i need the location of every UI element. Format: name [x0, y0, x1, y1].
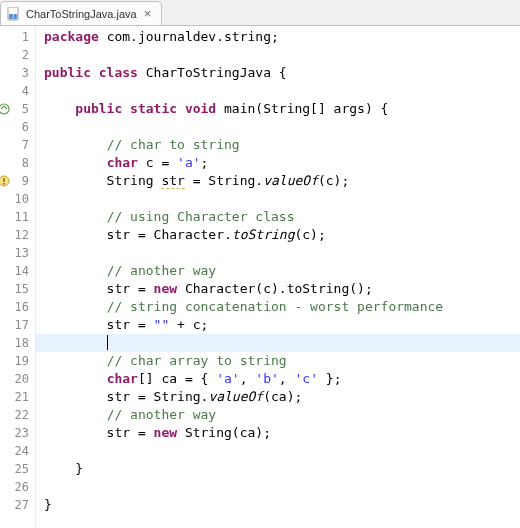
- gutter-line: 4: [0, 82, 35, 100]
- gutter-line: 23: [0, 424, 35, 442]
- code-token: + c;: [169, 317, 208, 332]
- code-token: [44, 353, 107, 368]
- gutter-line: 21: [0, 388, 35, 406]
- code-line[interactable]: // char to string: [44, 136, 520, 154]
- code-token: str =: [44, 317, 154, 332]
- gutter-line: 10: [0, 190, 35, 208]
- gutter-line: 1: [0, 28, 35, 46]
- code-token: valueOf: [208, 389, 263, 404]
- code-line[interactable]: str = String.valueOf(ca);: [44, 388, 520, 406]
- code-line[interactable]: // char array to string: [44, 352, 520, 370]
- code-token: // char to string: [107, 137, 240, 152]
- code-line[interactable]: // using Character class: [44, 208, 520, 226]
- warning-marker: [0, 174, 10, 186]
- code-line[interactable]: public class CharToStringJava {: [44, 64, 520, 82]
- code-line[interactable]: str = new String(ca);: [44, 424, 520, 442]
- gutter-line: 7: [0, 136, 35, 154]
- close-icon[interactable]: ×: [142, 6, 154, 21]
- code-token: toString: [232, 227, 295, 242]
- code-token: char: [107, 155, 138, 170]
- svg-rect-5: [3, 178, 5, 182]
- text-caret: [107, 335, 108, 350]
- code-line[interactable]: // another way: [44, 262, 520, 280]
- code-token: [44, 299, 107, 314]
- code-token: new: [154, 425, 177, 440]
- code-line[interactable]: str = Character.toString(c);: [44, 226, 520, 244]
- code-token: [44, 407, 107, 422]
- code-line[interactable]: str = new Character(c).toString();: [44, 280, 520, 298]
- code-token: [44, 371, 107, 386]
- tab-bar: J CharToStringJava.java ×: [0, 0, 520, 26]
- code-token: CharToStringJava {: [146, 65, 287, 80]
- gutter-line: 20: [0, 370, 35, 388]
- code-token: };: [318, 371, 341, 386]
- code-line[interactable]: char c = 'a';: [44, 154, 520, 172]
- gutter-line: 8: [0, 154, 35, 172]
- code-token: public static void: [75, 101, 224, 116]
- code-token: str =: [44, 425, 154, 440]
- code-token: // another way: [107, 407, 217, 422]
- code-token: valueOf: [263, 173, 318, 188]
- gutter-line: 3: [0, 64, 35, 82]
- code-line[interactable]: [44, 82, 520, 100]
- code-token: [44, 155, 107, 170]
- gutter-line: 9: [0, 172, 35, 190]
- code-line[interactable]: // another way: [44, 406, 520, 424]
- gutter-line: 16: [0, 298, 35, 316]
- gutter-line: 25: [0, 460, 35, 478]
- code-line[interactable]: // string concatenation - worst performa…: [44, 298, 520, 316]
- gutter-line: 12: [0, 226, 35, 244]
- code-token: char: [107, 371, 138, 386]
- code-line[interactable]: [36, 334, 520, 352]
- code-token: String(ca);: [177, 425, 271, 440]
- editor-area: 1234567891011121314151617181920212223242…: [0, 26, 520, 528]
- code-token: // string concatenation - worst performa…: [107, 299, 444, 314]
- code-token: str = Character.: [44, 227, 232, 242]
- code-token: 'b': [255, 371, 278, 386]
- code-token: ,: [240, 371, 256, 386]
- code-token: "": [154, 317, 170, 332]
- code-line[interactable]: char[] ca = { 'a', 'b', 'c' };: [44, 370, 520, 388]
- code-token: [44, 335, 107, 350]
- code-token: (ca);: [263, 389, 302, 404]
- code-line[interactable]: [44, 244, 520, 262]
- java-file-icon: J: [7, 7, 21, 21]
- gutter-line: 26: [0, 478, 35, 496]
- code-token: // another way: [107, 263, 217, 278]
- code-token: c =: [138, 155, 177, 170]
- code-line[interactable]: }: [44, 460, 520, 478]
- editor-tab[interactable]: J CharToStringJava.java ×: [0, 1, 162, 25]
- gutter-line: 14: [0, 262, 35, 280]
- code-line[interactable]: String str = String.valueOf(c);: [44, 172, 520, 190]
- code-line[interactable]: str = "" + c;: [44, 316, 520, 334]
- code-token: [] ca = {: [138, 371, 216, 386]
- code-line[interactable]: [44, 478, 520, 496]
- gutter-line: 13: [0, 244, 35, 262]
- code-token: (c);: [294, 227, 325, 242]
- code-line[interactable]: [44, 190, 520, 208]
- code-line[interactable]: [44, 442, 520, 460]
- gutter-line: 19: [0, 352, 35, 370]
- code-line[interactable]: [44, 118, 520, 136]
- code-token: [44, 137, 107, 152]
- code-line[interactable]: public static void main(String[] args) {: [44, 100, 520, 118]
- code-token: // char array to string: [107, 353, 287, 368]
- code-token: str: [161, 173, 184, 189]
- gutter-line: 18: [0, 334, 35, 352]
- code-token: // using Character class: [107, 209, 295, 224]
- code-token: 'c': [295, 371, 318, 386]
- code-area[interactable]: package com.journaldev.string; public cl…: [36, 26, 520, 528]
- code-token: [44, 263, 107, 278]
- code-token: 'a': [177, 155, 200, 170]
- gutter-line: 15: [0, 280, 35, 298]
- code-token: new: [154, 281, 177, 296]
- tab-filename: CharToStringJava.java: [26, 8, 137, 20]
- code-token: ,: [279, 371, 295, 386]
- code-token: public class: [44, 65, 146, 80]
- code-line[interactable]: [44, 46, 520, 64]
- code-token: 'a': [216, 371, 239, 386]
- code-token: (c);: [318, 173, 349, 188]
- code-line[interactable]: package com.journaldev.string;: [44, 28, 520, 46]
- svg-rect-6: [3, 183, 5, 185]
- code-line[interactable]: }: [44, 496, 520, 514]
